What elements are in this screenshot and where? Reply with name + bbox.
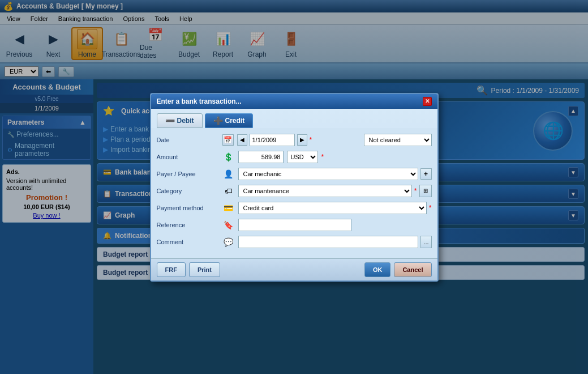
payer-dropdown-group: Car mechanic + [238,168,432,180]
payer-add-btn[interactable]: + [420,168,432,180]
modal-title: Enter a bank transaction... [157,97,242,105]
payment-required: * [429,204,432,212]
comment-icon: 💬 [222,236,235,248]
date-label: Date [157,137,219,143]
amount-input[interactable] [238,151,284,163]
debit-tab[interactable]: ➖ Debit [157,113,203,128]
frf-button[interactable]: FRF [157,262,186,277]
amount-required: * [321,153,324,161]
payment-method-row: Payment method 💳 Credit card Cash Check … [157,202,432,214]
footer-right: OK Cancel [364,262,432,277]
payment-dropdown-group: Credit card Cash Check * [238,202,432,214]
payer-icon: 👤 [222,168,235,180]
amount-icon: 💲 [222,151,235,163]
debit-label: Debit [177,117,194,125]
payment-icon: 💳 [222,202,235,214]
comment-label: Comment [157,239,219,245]
category-label: Category [157,188,219,194]
reference-icon: 🔖 [222,219,235,231]
comment-input[interactable] [238,236,419,248]
amount-label: Amount [157,154,219,160]
category-icon: 🏷 [222,185,235,197]
calendar-icon[interactable]: 📅 [222,134,234,146]
cleared-status-select[interactable]: Not cleared Cleared Reconciled [364,134,432,146]
category-select[interactable]: Car mantenance [238,185,412,197]
category-dropdown-group: Car mantenance * ⊞ [238,185,432,197]
modal-dialog: Enter a bank transaction... ✕ ➖ Debit ➕ … [150,93,439,282]
payer-select[interactable]: Car mechanic [238,168,418,180]
comment-input-group: ... [238,236,432,248]
category-row: Category 🏷 Car mantenance * ⊞ [157,185,432,197]
date-next-btn[interactable]: ▶ [297,134,307,146]
ok-button[interactable]: OK [364,262,391,277]
date-input[interactable] [250,134,295,146]
cancel-button[interactable]: Cancel [394,262,431,277]
category-tree-btn[interactable]: ⊞ [419,185,432,197]
payment-label: Payment method [157,205,219,211]
date-required: * [310,136,312,144]
comment-browse-btn[interactable]: ... [420,236,431,248]
modal-overlay: Enter a bank transaction... ✕ ➖ Debit ➕ … [0,0,588,374]
reference-label: Reference [157,222,219,228]
payer-payee-row: Payer / Payee 👤 Car mechanic + [157,168,432,180]
comment-row: Comment 💬 ... [157,236,432,248]
amount-currency-select[interactable]: USD EUR GBP [287,151,318,163]
modal-close-button[interactable]: ✕ [423,97,432,106]
payer-label: Payer / Payee [157,171,219,177]
reference-input[interactable] [238,219,351,231]
date-prev-btn[interactable]: ◀ [237,134,247,146]
minus-icon: ➖ [165,116,175,125]
footer-left: FRF Print [157,262,220,277]
modal-title-bar: Enter a bank transaction... ✕ [151,94,437,109]
modal-tabs: ➖ Debit ➕ Credit [151,109,437,128]
date-row: Date 📅 ◀ ▶ * Not cleared Cleared Reconci… [157,134,432,146]
modal-body: Date 📅 ◀ ▶ * Not cleared Cleared Reconci… [151,128,437,258]
reference-row: Reference 🔖 [157,219,432,231]
credit-label: Credit [225,117,245,125]
payment-select[interactable]: Credit card Cash Check [238,202,427,214]
print-button[interactable]: Print [189,262,220,277]
plus-icon: ➕ [213,116,223,125]
modal-footer: FRF Print OK Cancel [151,258,437,280]
category-required: * [414,187,417,195]
credit-tab[interactable]: ➕ Credit [205,113,254,128]
amount-row: Amount 💲 USD EUR GBP * [157,151,432,163]
date-input-group: ◀ ▶ * [237,134,360,146]
